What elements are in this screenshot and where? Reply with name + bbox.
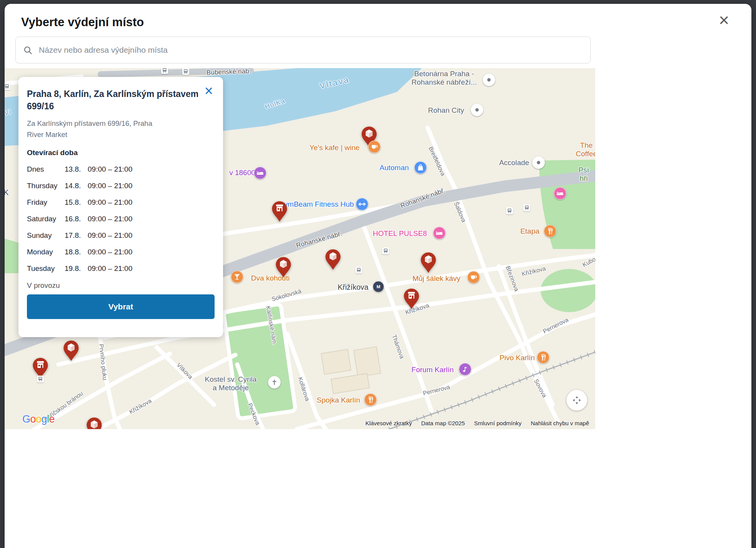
map-attribution: Klávesové zkratky Data map ©2025 Smluvní… <box>365 420 589 426</box>
transit-stop-icon[interactable] <box>37 376 44 383</box>
cup-poi-marker[interactable] <box>368 140 381 153</box>
map-label[interactable]: Můj šálek kávy <box>413 274 461 283</box>
opening-hours-row: Friday15.8.09:00 – 21:00 <box>27 194 215 211</box>
pickup-point-pin-package[interactable] <box>63 340 80 362</box>
map-label[interactable]: v 18600 <box>229 169 255 177</box>
map-label: Kubo <box>581 256 595 269</box>
cup-poi-marker[interactable] <box>467 271 480 284</box>
note-poi-marker[interactable] <box>459 363 471 376</box>
map-label[interactable]: Etapa <box>520 227 540 236</box>
opening-hours-row: Dnes13.8.09:00 – 21:00 <box>27 161 215 177</box>
map-label: Vl <box>5 108 12 117</box>
pickup-point-name: Praha 8, Karlín, Za Karlínským přístavem… <box>27 88 199 112</box>
map-label[interactable]: HOTEL PULSE8 <box>373 229 427 238</box>
map-label: Březinova <box>504 265 520 292</box>
terms-link[interactable]: Smluvní podmínky <box>474 420 521 426</box>
status-text: V provozu <box>27 281 215 290</box>
map-label: Pernerova <box>542 316 569 335</box>
search-box <box>15 37 591 63</box>
map-label: Karlínské nám. <box>265 306 278 346</box>
opening-hours-table: Dnes13.8.09:00 – 21:00Thursday14.8.09:00… <box>27 161 215 277</box>
pickup-point-pin-package[interactable] <box>420 252 437 274</box>
map-label: Křižíkova <box>128 397 153 415</box>
google-logo[interactable]: Google <box>22 413 55 425</box>
pickup-address: Za Karlínským přístavem 699/16, Praha Ri… <box>27 118 215 140</box>
dot-poi-marker[interactable] <box>471 104 483 116</box>
keyboard-shortcuts-link[interactable]: Klávesové zkratky <box>365 420 412 426</box>
bed-poi-marker[interactable] <box>433 227 446 239</box>
map-label: Peckova <box>246 402 261 426</box>
pickup-point-pin-store[interactable] <box>403 288 420 310</box>
map-label[interactable]: Kostel sv. Cyrila a Metoděje <box>205 375 257 392</box>
pan-arrows-icon <box>571 395 582 406</box>
cross-poi-marker[interactable] <box>268 376 281 389</box>
map-label[interactable]: Křižíkova <box>338 283 368 292</box>
opening-hours-row: Sunday17.8.09:00 – 21:00 <box>27 227 215 244</box>
card-close-button[interactable]: × <box>202 83 215 99</box>
map-label: Kollárova <box>296 376 311 402</box>
transit-stop-icon[interactable] <box>382 247 389 254</box>
map-label: Vltava <box>319 75 351 91</box>
transit-stop-icon[interactable] <box>355 267 362 274</box>
map-data-label: Data map ©2025 <box>421 420 465 426</box>
map-label[interactable]: Psí hři <box>578 166 589 183</box>
map-label: Křižíkova <box>521 265 546 278</box>
transit-stop-icon[interactable] <box>182 68 189 75</box>
map-label: Rohanské nábř. <box>400 187 446 210</box>
opening-hours-row: Tuesday19.8.09:00 – 21:00 <box>27 260 215 277</box>
opening-hours-row: Monday18.8.09:00 – 21:00 <box>27 244 215 260</box>
metro-poi-marker[interactable]: M <box>373 281 384 292</box>
map-label: Šaldova <box>453 201 467 224</box>
map-label[interactable]: Rohan City <box>428 106 464 115</box>
map-label[interactable]: Betonárna Praha - Rohanské nábřeží... <box>411 70 477 87</box>
bed-poi-marker[interactable] <box>554 187 566 200</box>
transit-stop-icon[interactable] <box>161 68 168 74</box>
map-label[interactable]: Spojka Karlín <box>316 396 360 404</box>
dot-poi-marker[interactable] <box>532 156 545 169</box>
map-label: Sovova <box>533 378 548 399</box>
address-line-1: Za Karlínským přístavem 699/16, Praha <box>27 119 152 127</box>
transit-stop-icon[interactable] <box>5 83 10 90</box>
map-label[interactable]: Accolade <box>499 159 529 167</box>
map[interactable]: Bubenské náb.VltavaHolKaVlBetonárna Prah… <box>5 68 595 429</box>
svg-text:M: M <box>376 284 380 289</box>
pan-control[interactable] <box>566 390 587 411</box>
search-input[interactable] <box>15 37 591 63</box>
cocktail-poi-marker[interactable] <box>231 271 243 283</box>
map-label: Rohanské nábř. <box>295 230 343 250</box>
map-label[interactable]: Pivo Karlín <box>500 354 535 362</box>
transit-stop-icon[interactable] <box>523 204 530 211</box>
bag-poi-marker[interactable] <box>414 161 427 174</box>
dumbbell-poi-marker[interactable] <box>356 198 368 211</box>
pickup-point-pin-package[interactable] <box>325 249 341 271</box>
pickup-point-pin-package[interactable] <box>86 417 103 429</box>
bed-poi-marker[interactable] <box>254 167 266 179</box>
map-label: Vítkova <box>175 361 194 381</box>
pickup-point-pin-store[interactable] <box>271 200 288 223</box>
transit-stop-icon[interactable] <box>506 207 513 214</box>
opening-hours-row: Saturday16.8.09:00 – 21:00 <box>27 211 215 227</box>
fork-poi-marker[interactable] <box>364 393 377 406</box>
map-label: Bubenské náb. <box>206 68 251 77</box>
select-pickup-button[interactable]: Vybrat <box>27 294 215 319</box>
modal-close-button[interactable]: × <box>716 11 731 29</box>
map-label[interactable]: TK <box>5 188 8 197</box>
map-label[interactable]: GymBeam Fitness Hub <box>278 200 354 209</box>
opening-hours-heading: Otevírací doba <box>27 149 215 157</box>
pickup-point-pin-package[interactable] <box>275 256 292 279</box>
map-label[interactable]: Forum Karlín <box>411 366 454 374</box>
map-label: HolKa <box>264 97 286 111</box>
map-label[interactable]: Automan <box>380 164 409 172</box>
map-label: Prvního pluku <box>98 344 108 381</box>
map-label[interactable]: The Coffee <box>576 141 595 158</box>
dot-poi-marker[interactable] <box>483 74 495 86</box>
page-backdrop: Vyberte výdejní místo × <box>0 0 756 548</box>
map-label: Pernerova <box>422 384 451 397</box>
report-map-error-link[interactable]: Nahlásit chybu v mapě <box>531 420 589 426</box>
map-label: Breitfeldova <box>427 145 447 177</box>
address-line-2: River Market <box>27 130 67 139</box>
map-label[interactable]: Ye's kafe | wine <box>310 144 360 152</box>
fork-poi-marker[interactable] <box>537 351 550 364</box>
fork-poi-marker[interactable] <box>544 225 556 237</box>
pickup-modal: Vyberte výdejní místo × <box>5 4 751 548</box>
